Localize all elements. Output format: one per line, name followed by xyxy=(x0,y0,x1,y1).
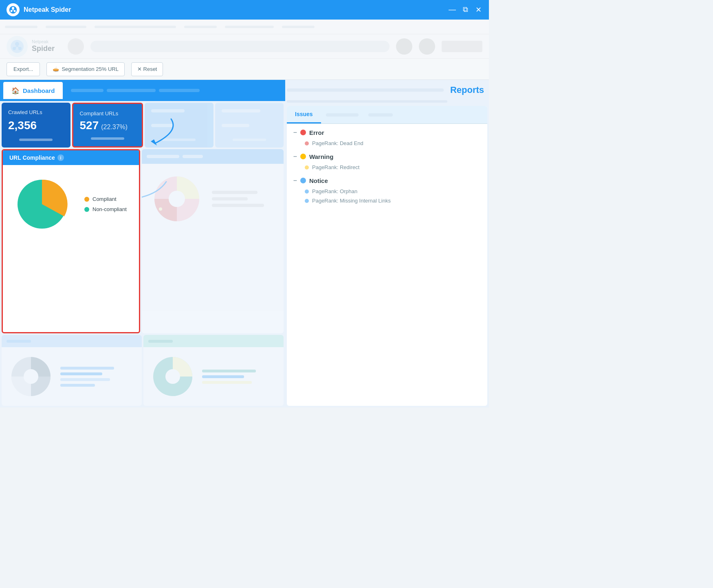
app-logo-text: Netpeak Spider xyxy=(32,39,55,53)
bottom-card-2 xyxy=(143,335,284,406)
bottom-card-1-body xyxy=(2,347,142,406)
orphan-label: PageRank: Orphan xyxy=(312,188,357,194)
bc1-l2 xyxy=(60,372,102,375)
notice-toggle[interactable]: – xyxy=(293,177,297,184)
toolbar-pill-6 xyxy=(282,26,315,28)
issue-group-warning: – Warning PageRank: Redirect xyxy=(293,153,481,172)
app-logo xyxy=(7,3,20,16)
deadend-label: PageRank: Dead End xyxy=(312,140,363,146)
toolbar-pill-1 xyxy=(5,26,37,28)
nav-button[interactable] xyxy=(68,38,84,55)
bc2-pie xyxy=(148,352,197,401)
issue-item-pagerank-deadend[interactable]: PageRank: Dead End xyxy=(293,139,481,148)
error-toggle[interactable]: – xyxy=(293,129,297,136)
toolbar-pill-3 xyxy=(95,26,176,28)
tab-dashboard-label: Dashboard xyxy=(23,87,55,94)
maximize-button[interactable]: ⧉ xyxy=(461,5,469,14)
info-icon[interactable]: i xyxy=(57,154,64,161)
action-button[interactable] xyxy=(442,41,482,52)
bc1-pie xyxy=(7,352,55,401)
missing-dot xyxy=(305,199,309,203)
deadend-dot xyxy=(305,141,309,145)
bottom-card-2-header xyxy=(143,335,284,347)
logo-area: Netpeak Spider xyxy=(7,36,55,57)
chart2-legend-item-3 xyxy=(212,204,264,207)
toolbar-pill-5 xyxy=(225,26,274,28)
tab-pill-2[interactable] xyxy=(107,89,156,92)
noncompliant-label: Non-compliant xyxy=(92,206,127,212)
avatar-2 xyxy=(419,38,435,55)
compliant-label: Compliant xyxy=(92,196,117,202)
svg-point-15 xyxy=(169,191,185,207)
action-bar: Export... 🥧 Segmentation 25% URL ✕ Reset xyxy=(0,59,489,80)
error-group-header: – Error xyxy=(293,129,481,136)
pie-icon: 🥧 xyxy=(53,66,59,72)
crawled-bar xyxy=(19,139,53,141)
svg-point-7 xyxy=(15,42,19,46)
left-panel: 🏠 Dashboard Crawled URLs 2,356 Compliant… xyxy=(0,80,285,407)
compliant-urls-value: 527 xyxy=(80,119,99,132)
window-controls: — ⧉ ✕ xyxy=(448,5,482,14)
compliance-pie-chart xyxy=(9,172,75,237)
right-top-row: Reports xyxy=(287,81,487,100)
home-icon: 🏠 xyxy=(11,87,20,95)
toolbar-pill-2 xyxy=(46,26,86,28)
issues-tabs: Issues xyxy=(287,106,487,124)
error-dot xyxy=(300,130,306,135)
tab-pill-3[interactable] xyxy=(159,89,200,92)
avatar-1 xyxy=(396,38,412,55)
second-chart-card xyxy=(142,149,284,333)
reset-button[interactable]: ✕ Reset xyxy=(131,62,163,76)
segmentation-button[interactable]: 🥧 Segmentation 25% URL xyxy=(46,62,124,76)
issues-tab-active[interactable]: Issues xyxy=(287,106,321,123)
chart-legend: Compliant Non-compliant xyxy=(84,196,127,212)
url-input[interactable] xyxy=(90,41,390,52)
bc1-l1 xyxy=(60,367,114,370)
second-chart-header xyxy=(142,149,284,164)
right-panel: Reports Issues – Error xyxy=(285,80,489,407)
issues-tab-label: Issues xyxy=(295,111,313,117)
export-button[interactable]: Export... xyxy=(7,62,40,76)
chart2-legend xyxy=(212,191,277,207)
error-label: Error xyxy=(309,129,324,136)
segmentation-label: Segmentation 25% URL xyxy=(62,66,118,72)
tab-dashboard[interactable]: 🏠 Dashboard xyxy=(3,82,63,99)
issue-item-pagerank-missing[interactable]: PageRank: Missing Internal Links xyxy=(293,196,481,205)
redirect-label: PageRank: Redirect xyxy=(312,164,359,170)
bc1-l4 xyxy=(60,384,95,387)
bottom-row xyxy=(0,335,285,407)
legend-noncompliant: Non-compliant xyxy=(84,206,127,212)
arrow-2 xyxy=(142,174,170,206)
compliance-body: Compliant Non-compliant xyxy=(3,165,139,243)
warning-toggle[interactable]: – xyxy=(293,153,297,160)
crawled-urls-label: Crawled URLs xyxy=(8,109,64,115)
main-toolbar: Netpeak Spider xyxy=(0,34,489,59)
chart2-legend-item-1 xyxy=(212,191,257,194)
bc2-l1 xyxy=(202,370,256,372)
stat-card-4 xyxy=(215,103,284,148)
legend-compliant: Compliant xyxy=(84,196,127,202)
bottom-card-1-header xyxy=(2,335,142,347)
chart2-pill2 xyxy=(183,155,203,158)
issue-item-pagerank-orphan[interactable]: PageRank: Orphan xyxy=(293,187,481,196)
issue-item-pagerank-redirect[interactable]: PageRank: Redirect xyxy=(293,163,481,172)
issues-body: – Error PageRank: Dead End – Warning xyxy=(287,124,487,215)
issue-group-error: – Error PageRank: Dead End xyxy=(293,129,481,148)
bottom-card-2-body xyxy=(143,347,284,406)
warning-group-header: – Warning xyxy=(293,153,481,160)
issues-tab-pill-2[interactable] xyxy=(368,113,393,117)
tab-pill-1[interactable] xyxy=(71,89,103,92)
card3-pill1 xyxy=(151,109,185,112)
reports-button[interactable]: Reports xyxy=(447,83,487,97)
minimize-button[interactable]: — xyxy=(448,5,456,14)
bc1-l3 xyxy=(60,378,110,381)
main-area: 🏠 Dashboard Crawled URLs 2,356 Compliant… xyxy=(0,80,489,407)
issues-tab-pill-1[interactable] xyxy=(326,113,359,117)
notice-group-header: – Notice xyxy=(293,177,481,184)
close-button[interactable]: ✕ xyxy=(474,5,482,14)
bc2-pill xyxy=(148,340,173,343)
bottom-card-1 xyxy=(2,335,142,406)
bc1-pill xyxy=(7,340,31,343)
noncompliant-dot xyxy=(84,207,89,212)
notice-label: Notice xyxy=(309,177,328,184)
